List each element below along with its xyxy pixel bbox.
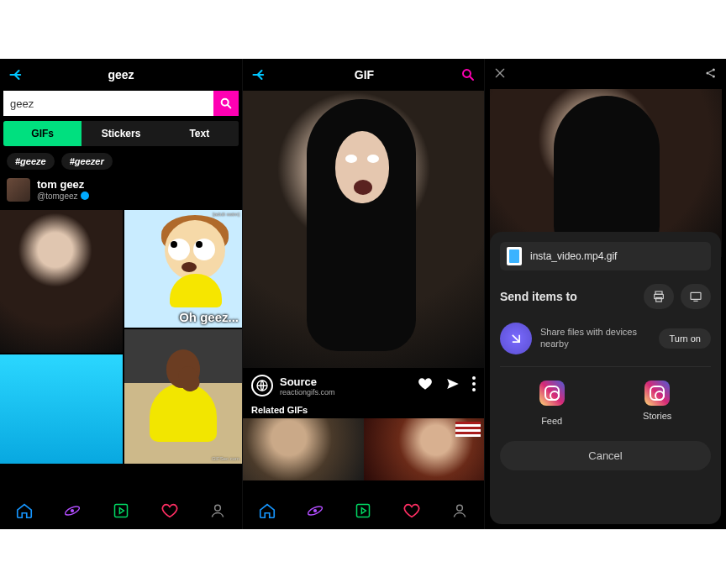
heart-icon[interactable]	[402, 501, 421, 520]
close-icon[interactable]	[493, 66, 507, 80]
explore-icon[interactable]	[63, 501, 82, 520]
svg-point-8	[472, 382, 476, 386]
bottom-nav	[243, 492, 484, 529]
related-gif[interactable]	[364, 418, 485, 480]
avatar	[7, 178, 30, 202]
svg-point-14	[706, 71, 708, 74]
header: GIF	[243, 59, 484, 91]
explore-icon[interactable]	[306, 501, 324, 520]
page-title: GIF	[268, 68, 460, 81]
svg-point-2	[71, 510, 74, 512]
source-tag: [adult swim]	[213, 212, 239, 217]
play-icon[interactable]	[112, 501, 130, 520]
user-handle: @tomgeez	[37, 192, 89, 201]
profile-icon[interactable]	[208, 501, 227, 520]
cancel-button[interactable]: Cancel	[500, 441, 711, 470]
chip-geezer[interactable]: #geezer	[61, 153, 113, 170]
send-icon[interactable]	[445, 376, 460, 395]
nearby-share-row: Share files with devices nearby Turn on	[500, 316, 711, 367]
tab-text[interactable]: Text	[160, 121, 239, 146]
gif-grid: [adult swim] Oh geez... GIFSec.com	[0, 210, 242, 487]
back-icon[interactable]	[8, 66, 25, 83]
app-label: Stories	[643, 411, 671, 421]
source-row: Source reactiongifs.com	[243, 368, 484, 403]
search-button[interactable]	[213, 91, 239, 116]
svg-point-11	[314, 510, 317, 512]
gif-tile[interactable]	[0, 354, 123, 464]
screen-gif-detail: GIF Source reactiongifs.com Related GIFs	[242, 59, 484, 529]
source-label: Source	[280, 375, 335, 388]
search-input[interactable]	[3, 91, 213, 116]
chip-row: #geeze #geezer	[0, 153, 242, 178]
file-name: insta_video.mp4.gif	[530, 250, 617, 262]
share-target-stories[interactable]: Stories	[643, 381, 671, 426]
svg-point-15	[713, 68, 715, 71]
watermark: GIFSec.com	[212, 456, 239, 461]
source-host[interactable]: reactiongifs.com	[280, 388, 335, 396]
related-row	[243, 418, 484, 480]
svg-point-7	[472, 376, 476, 380]
related-label: Related GIFs	[243, 403, 484, 418]
svg-point-4	[215, 505, 221, 511]
print-button[interactable]	[644, 284, 674, 309]
header: geez	[0, 59, 242, 91]
file-icon	[507, 247, 522, 265]
tab-stickers[interactable]: Stickers	[82, 121, 160, 146]
share-target-feed[interactable]: Feed	[539, 381, 565, 426]
app-label: Feed	[541, 416, 562, 426]
verified-icon	[81, 192, 89, 200]
back-icon[interactable]	[251, 66, 268, 83]
globe-icon	[251, 375, 273, 396]
search-icon[interactable]	[460, 67, 476, 82]
cast-button[interactable]	[681, 284, 711, 309]
more-icon[interactable]	[472, 376, 476, 395]
file-row[interactable]: insta_video.mp4.gif	[500, 242, 711, 270]
chip-geeze[interactable]: #geeze	[7, 153, 55, 170]
screen-share-sheet: insta_video.mp4.gif Send items to Share …	[484, 59, 726, 529]
profile-icon[interactable]	[450, 501, 469, 520]
screen-search: geez GIFs Stickers Text #geeze #geezer t…	[0, 59, 242, 529]
svg-point-9	[472, 388, 476, 391]
bottom-nav	[0, 492, 242, 529]
svg-rect-3	[114, 505, 127, 517]
related-gif[interactable]	[243, 418, 364, 480]
send-label: Send items to	[500, 290, 577, 303]
svg-rect-12	[357, 505, 370, 517]
gif-caption: Oh geez...	[179, 310, 239, 324]
share-icon[interactable]	[704, 66, 718, 80]
instagram-icon	[539, 381, 565, 406]
gif-tile[interactable]: [adult swim] Oh geez...	[124, 210, 242, 328]
svg-rect-20	[691, 292, 701, 299]
page-title: geez	[25, 68, 217, 81]
gif-tile[interactable]	[0, 210, 123, 353]
heart-icon[interactable]	[417, 375, 434, 396]
gif-tile[interactable]: GIFSec.com	[124, 329, 242, 464]
svg-point-16	[713, 75, 715, 77]
user-result[interactable]: tom geez @tomgeez	[0, 178, 242, 210]
segment-control: GIFs Stickers Text	[3, 121, 239, 146]
heart-icon[interactable]	[160, 501, 179, 520]
home-icon[interactable]	[15, 501, 34, 520]
app-targets: Feed Stories	[500, 367, 711, 434]
home-icon[interactable]	[258, 501, 276, 520]
nearby-text: Share files with devices nearby	[540, 327, 650, 350]
instagram-icon	[644, 381, 670, 406]
svg-rect-19	[656, 297, 662, 302]
topbar	[485, 59, 726, 87]
svg-point-13	[457, 505, 463, 511]
user-name: tom geez	[37, 179, 89, 191]
play-icon[interactable]	[354, 501, 372, 520]
nearby-icon	[500, 323, 532, 354]
tab-gifs[interactable]: GIFs	[3, 121, 82, 146]
gif-viewer[interactable]	[243, 91, 484, 368]
search-row	[0, 91, 242, 121]
share-sheet: insta_video.mp4.gif Send items to Share …	[490, 232, 721, 524]
turn-on-button[interactable]: Turn on	[659, 328, 711, 349]
